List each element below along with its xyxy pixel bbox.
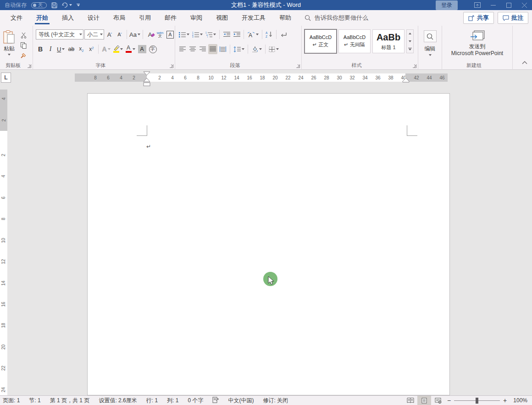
ribbon-tab[interactable]: 视图 bbox=[209, 10, 235, 26]
ribbon-tab[interactable]: 文件 bbox=[4, 10, 29, 26]
format-painter-button[interactable] bbox=[18, 51, 28, 60]
align-center-button[interactable] bbox=[188, 44, 197, 54]
underline-button[interactable]: U bbox=[56, 44, 66, 54]
style-card[interactable]: AaBbCcD ↵ 正文 bbox=[305, 29, 337, 53]
grow-font-button[interactable]: Aˆ bbox=[105, 29, 114, 39]
paragraph-dialog-launcher[interactable] bbox=[296, 64, 300, 68]
styles-scroll-up-button[interactable] bbox=[407, 30, 413, 38]
italic-button[interactable]: I bbox=[46, 44, 55, 54]
proofing-status-button[interactable] bbox=[212, 397, 219, 405]
status-item[interactable]: 0 个字 bbox=[188, 397, 203, 405]
collapse-ribbon-button[interactable] bbox=[522, 59, 527, 66]
zoom-level[interactable]: 100% bbox=[509, 397, 527, 404]
save-button[interactable] bbox=[51, 2, 57, 8]
comments-button[interactable]: 批注 bbox=[498, 12, 528, 24]
font-size-combo[interactable]: 小二 bbox=[84, 29, 104, 39]
status-item[interactable]: 节: 1 bbox=[29, 397, 40, 405]
character-border-button[interactable]: A bbox=[166, 29, 175, 39]
align-right-button[interactable] bbox=[198, 44, 207, 54]
ribbon-tab[interactable]: 设计 bbox=[81, 10, 106, 26]
decrease-indent-button[interactable] bbox=[222, 29, 231, 39]
right-indent-marker[interactable] bbox=[402, 78, 410, 84]
status-item[interactable]: 页面: 1 bbox=[3, 397, 20, 405]
numbering-button[interactable]: 123 bbox=[191, 29, 204, 39]
highlight-color-button[interactable] bbox=[112, 44, 124, 54]
sort-button[interactable]: AZ bbox=[265, 29, 274, 39]
styles-dialog-launcher[interactable] bbox=[413, 64, 416, 68]
distribute-button[interactable] bbox=[218, 44, 227, 54]
zoom-out-button[interactable]: − bbox=[445, 397, 453, 404]
horizontal-ruler[interactable]: 8642 24681012141618202224262830323436384… bbox=[75, 73, 448, 82]
customize-qat-button[interactable] bbox=[77, 4, 80, 6]
styles-gallery-more-button[interactable] bbox=[407, 45, 413, 53]
zoom-in-button[interactable]: + bbox=[501, 397, 509, 404]
bold-button[interactable]: B bbox=[36, 44, 45, 54]
font-name-combo[interactable]: 等线 (中文正文 bbox=[36, 29, 83, 39]
status-item[interactable]: 设置值: 2.6厘米 bbox=[99, 397, 137, 405]
vertical-ruler[interactable]: 42 24681012141618202224 bbox=[0, 90, 7, 395]
change-case-button[interactable]: Aa bbox=[129, 29, 140, 39]
subscript-button[interactable]: x2 bbox=[77, 44, 86, 54]
clipboard-dialog-launcher[interactable] bbox=[28, 64, 31, 68]
editing-menu-button[interactable]: 编辑 bbox=[425, 45, 436, 56]
read-mode-button[interactable] bbox=[404, 396, 417, 405]
document-page[interactable]: ↵ bbox=[87, 93, 450, 395]
font-color-button[interactable]: A bbox=[125, 44, 136, 54]
align-left-button[interactable] bbox=[178, 44, 187, 54]
style-card[interactable]: AaBb 标题 1 bbox=[372, 29, 405, 53]
tab-stop-selector[interactable]: L bbox=[1, 73, 11, 83]
ribbon-tab[interactable]: 插入 bbox=[55, 10, 81, 26]
tell-me-search[interactable]: 告诉我你想要做什么 bbox=[305, 14, 368, 22]
asian-layout-button[interactable]: A bbox=[246, 29, 260, 39]
status-item[interactable]: 行: 1 bbox=[146, 397, 158, 405]
phonetic-guide-button[interactable]: wén文 bbox=[155, 29, 165, 39]
cut-button[interactable] bbox=[18, 31, 28, 39]
language-status[interactable]: 中文(中国) bbox=[228, 397, 254, 405]
autosave-toggle[interactable]: 关 bbox=[31, 2, 47, 8]
style-card[interactable]: AaBbCcD ↵ 无间隔 bbox=[338, 29, 371, 53]
minimize-button[interactable] bbox=[485, 0, 501, 10]
web-layout-button[interactable] bbox=[431, 396, 445, 405]
track-changes-status[interactable]: 修订: 关闭 bbox=[263, 397, 288, 405]
status-item[interactable]: 第 1 页，共 1 页 bbox=[50, 397, 90, 405]
line-spacing-button[interactable] bbox=[233, 44, 245, 54]
ruler-number: 14 bbox=[0, 279, 10, 287]
share-button[interactable]: 共享 bbox=[463, 12, 494, 24]
maximize-button[interactable] bbox=[501, 0, 516, 10]
send-to-powerpoint-button[interactable]: 发送到Microsoft PowerPoint bbox=[451, 28, 503, 57]
undo-button[interactable] bbox=[62, 2, 72, 8]
ribbon-tab[interactable]: 审阅 bbox=[183, 10, 209, 26]
enclose-characters-button[interactable]: 字 bbox=[148, 44, 158, 54]
ribbon-tab[interactable]: 帮助 bbox=[272, 10, 298, 26]
font-dialog-launcher[interactable] bbox=[170, 64, 173, 68]
clear-formatting-button[interactable]: A bbox=[145, 29, 155, 39]
ribbon-tab[interactable]: 布局 bbox=[106, 10, 132, 26]
shrink-font-button[interactable]: Aˇ bbox=[115, 29, 124, 39]
zoom-slider-handle[interactable] bbox=[476, 398, 478, 404]
find-button[interactable] bbox=[424, 30, 437, 42]
styles-scroll-down-button[interactable] bbox=[407, 38, 413, 45]
shading-button[interactable] bbox=[250, 44, 263, 54]
bullets-button[interactable] bbox=[178, 29, 190, 39]
ribbon-tab[interactable]: 引用 bbox=[132, 10, 158, 26]
borders-button[interactable] bbox=[268, 44, 280, 54]
show-hide-marks-button[interactable] bbox=[279, 29, 288, 39]
indent-markers[interactable] bbox=[143, 71, 150, 88]
ribbon-tab[interactable]: 开发工具 bbox=[235, 10, 272, 26]
ribbon-tab[interactable]: 邮件 bbox=[158, 10, 183, 26]
signin-button[interactable]: 登录 bbox=[436, 0, 458, 10]
increase-indent-button[interactable] bbox=[232, 29, 241, 39]
close-button[interactable] bbox=[516, 0, 532, 10]
superscript-button[interactable]: x2 bbox=[87, 44, 96, 54]
text-effects-button[interactable]: A bbox=[101, 44, 111, 54]
zoom-slider[interactable] bbox=[454, 396, 500, 405]
justify-button[interactable] bbox=[208, 44, 217, 54]
copy-button[interactable] bbox=[18, 41, 28, 50]
character-shading-button[interactable]: A bbox=[137, 44, 147, 54]
ribbon-display-options-button[interactable] bbox=[470, 0, 485, 10]
strikethrough-button[interactable]: ab bbox=[66, 44, 76, 54]
print-layout-button[interactable] bbox=[417, 396, 431, 405]
multilevel-list-button[interactable]: 1ai bbox=[205, 29, 217, 39]
ribbon-tab[interactable]: 开始 bbox=[29, 10, 55, 26]
status-item[interactable]: 列: 1 bbox=[167, 397, 178, 405]
